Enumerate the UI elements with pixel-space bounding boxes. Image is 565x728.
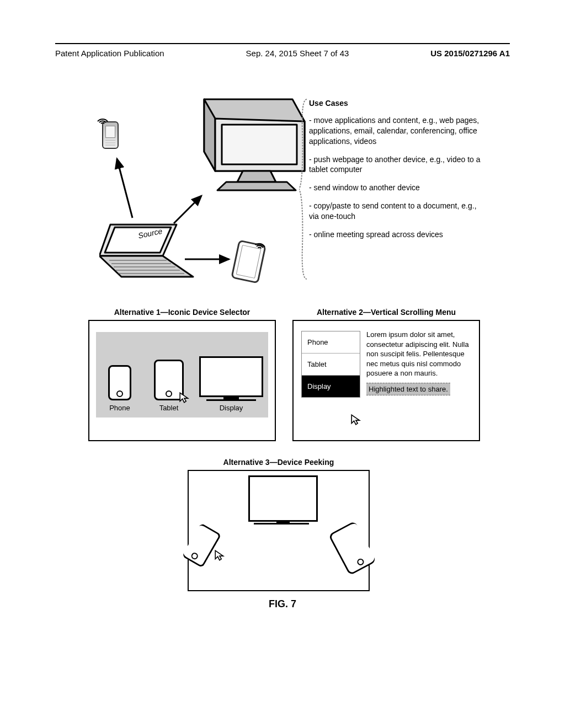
- display-shape-icon: [199, 356, 263, 397]
- page-header: Patent Application Publication Sep. 24, …: [55, 49, 510, 58]
- cursor-icon: [350, 414, 363, 426]
- page-body: Source: [55, 83, 510, 689]
- cursor-icon: [214, 549, 226, 561]
- alt1-tablet-cell[interactable]: Tablet: [147, 360, 191, 412]
- alt1-display-cell[interactable]: Display: [196, 356, 266, 412]
- alt1-shelf: Phone Tablet Display: [96, 332, 268, 417]
- svg-line-14: [117, 159, 132, 218]
- alt2-body-text: Lorem ipsum dolor sit amet, consectetur …: [366, 330, 469, 377]
- alt2-panel: Phone Tablet Display Lorem ipsum dolor s…: [292, 320, 480, 441]
- alt1-phone-label: Phone: [100, 404, 139, 412]
- header-center: Sep. 24, 2015 Sheet 7 of 43: [246, 49, 349, 58]
- alt2-title: Alternative 2—Vertical Scrolling Menu: [292, 308, 480, 317]
- hero-arrows: [77, 99, 303, 281]
- alt2-menu[interactable]: Phone Tablet Display: [301, 331, 360, 398]
- figure-label: FIG. 7: [55, 598, 510, 610]
- usecase-item: - push webpage to another device, e.g., …: [309, 154, 486, 175]
- header-right: US 2015/0271296 A1: [430, 49, 510, 58]
- alt3-phone-right-peek[interactable]: [328, 521, 377, 576]
- alt2-menu-phone[interactable]: Phone: [302, 331, 360, 354]
- alt1-panel: Phone Tablet Display: [88, 320, 276, 441]
- alt2-menu-tablet[interactable]: Tablet: [302, 354, 360, 376]
- alt1-title: Alternative 1—Iconic Device Selector: [88, 308, 276, 317]
- header-rule: [55, 43, 510, 44]
- alt1-tablet-label: Tablet: [147, 404, 191, 412]
- alt2-text-body: Lorem ipsum dolor sit amet, consectetur …: [366, 330, 471, 395]
- alt3-display-foot: [254, 523, 309, 524]
- alt1-display-label: Display: [196, 404, 266, 412]
- alt2-menu-display[interactable]: Display: [302, 376, 360, 397]
- cursor-icon: [179, 392, 191, 404]
- hero-illustration: Source: [77, 99, 303, 292]
- phone-shape-icon: [108, 365, 131, 400]
- header-left: Patent Application Publication: [55, 49, 164, 58]
- alt2-highlight-text[interactable]: Highlighted text to share.: [366, 383, 450, 396]
- alt3-title: Alternative 3—Device Peeking: [188, 458, 370, 467]
- usecase-item: - online meeting spread across devices: [309, 229, 486, 240]
- alt3-panel: [188, 470, 370, 591]
- brace-icon: [299, 98, 308, 280]
- usecases-title: Use Cases: [309, 98, 486, 109]
- usecase-item: - move applications and content, e.g., w…: [309, 115, 486, 147]
- usecases-list: Use Cases - move applications and conten…: [309, 98, 486, 248]
- usecase-item: - copy/paste to send content to a docume…: [309, 201, 486, 222]
- alt1-phone-cell[interactable]: Phone: [100, 365, 139, 412]
- usecase-item: - send window to another device: [309, 183, 486, 193]
- svg-line-15: [174, 196, 201, 223]
- alt3-display-peek[interactable]: [248, 475, 318, 522]
